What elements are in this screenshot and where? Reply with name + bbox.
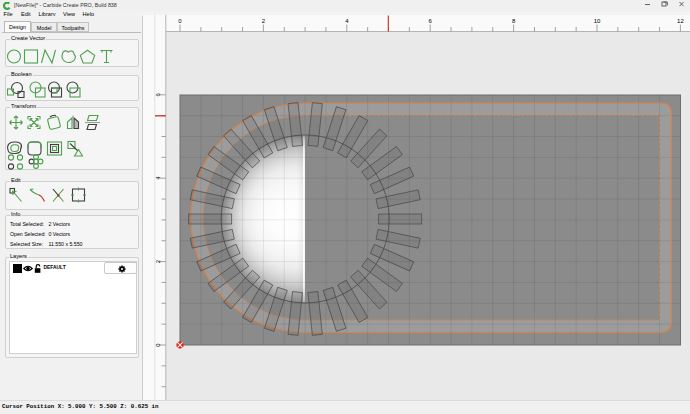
svg-text:10: 10 [594,18,601,24]
svg-text:12: 12 [677,18,684,24]
